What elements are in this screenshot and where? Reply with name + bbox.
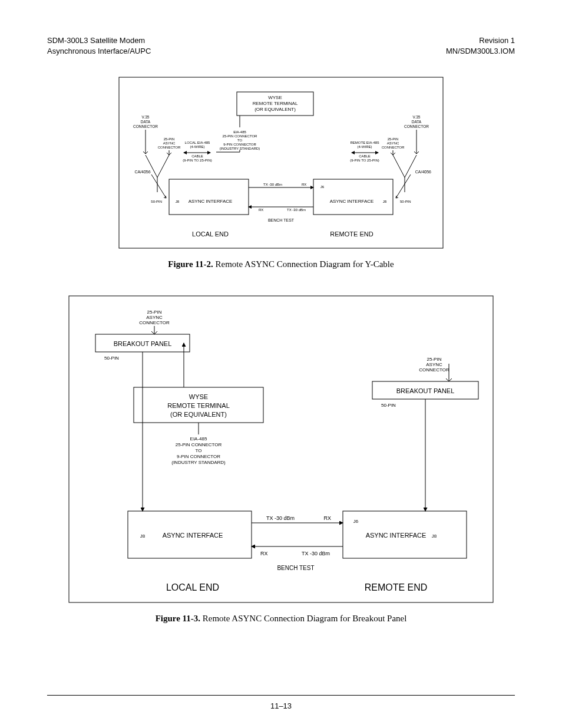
page-footer: 11–13 (0, 695, 562, 710)
remote-end-1: REMOTE END (330, 230, 373, 238)
async-if-left: ASYNC INTERFACE (189, 199, 233, 204)
pin25-right-1: 25-PIN (388, 137, 399, 141)
pin50-l: 50-PIN (104, 355, 119, 361)
bench-test-1: BENCH TEST (268, 218, 295, 222)
pin25-r-2: ASYNC (426, 362, 442, 367)
eia-3: TO (237, 139, 243, 142)
pin25-l-2: ASYNC (146, 315, 163, 320)
page-number: 11–13 (0, 701, 562, 710)
pin25-right-2: ASYNC (387, 141, 399, 145)
pin25-r-3: CONNECTOR (419, 367, 449, 373)
header-left-2: Asynchronous Interface/AUPC (47, 46, 151, 57)
figure-11-2-caption: Figure 11-2. Remote ASYNC Connection Dia… (47, 259, 515, 269)
wyse-line2: REMOTE TERMINAL (253, 101, 298, 106)
wyse-line3: (OR EQUIVALENT) (254, 107, 296, 112)
rx-top: RX (302, 183, 306, 186)
j8-2r: J8 (432, 533, 437, 539)
pin50-left: 50-PIN (151, 200, 162, 203)
breakout-left: BREAKOUT PANEL (114, 340, 172, 347)
async-if-right: ASYNC INTERFACE (330, 199, 374, 204)
eia-2: 25-PIN CONNECTOR (223, 134, 258, 138)
local-eia-4wire: (4-WIRE) (190, 145, 205, 149)
v35-left-3: CONNECTOR (133, 124, 158, 129)
svg-rect-4 (169, 179, 249, 215)
eia-1: EIA-485 (233, 130, 246, 134)
remote-eia: REMOTE EIA-485 (350, 141, 379, 144)
remote-eia-4wire: (4-WIRE) (358, 145, 372, 149)
header-left-1: SDM-300L3 Satellite Modem (47, 35, 151, 46)
header-right-1: Revision 1 (446, 35, 515, 46)
figure-11-2-svg: WYSE REMOTE TERMINAL (OR EQUIVALENT) V.3… (116, 74, 446, 251)
j8-right: J8 (383, 200, 387, 203)
eia2-1: EIA-485 (190, 436, 207, 442)
pin25-r-1: 25-PIN (427, 357, 442, 362)
remote-end-2: REMOTE END (365, 582, 428, 592)
j8-left: J8 (176, 200, 180, 203)
j8-2l: J8 (140, 533, 146, 539)
cable-left-2: (9-PIN TO 25-PIN) (183, 159, 211, 162)
cable-left-1: CABLE (191, 154, 203, 158)
eia2-2: 25-PIN CONNECTOR (176, 442, 222, 447)
rx-bot: RX (259, 208, 263, 212)
v35-right-3: CONNECTOR (404, 124, 429, 129)
pin25-left-2: ASYNC (163, 141, 176, 145)
figure-11-3: 25-PIN ASYNC CONNECTOR BREAKOUT PANEL 50… (47, 293, 515, 624)
pin25-left-3: CONNECTOR (158, 146, 181, 149)
ca4056-left: CA/4056 (134, 170, 150, 174)
figure-11-2: WYSE REMOTE TERMINAL (OR EQUIVALENT) V.3… (47, 74, 515, 269)
j6-2r: J6 (353, 519, 359, 524)
local-end-2: LOCAL END (166, 582, 219, 592)
bench-test-2: BENCH TEST (277, 565, 314, 571)
pin50-r: 50-PIN (381, 403, 396, 408)
pin25-l-3: CONNECTOR (139, 320, 170, 325)
v35-left-1: V.35 (142, 115, 150, 119)
header-right-2: MN/SDM300L3.IOM (446, 46, 515, 57)
eia2-4: 9-PIN CONNECTOR (177, 454, 220, 459)
v35-right-2: DATA (412, 120, 422, 124)
wyse2-3: (OR EQUIVALENT) (170, 411, 227, 418)
local-end-1: LOCAL END (192, 230, 229, 238)
eia-4: 9-PIN CONNECTOR (223, 143, 256, 146)
async-if-2r: ASYNC INTERFACE (366, 532, 427, 539)
tx-bot: TX -30 dBm (287, 208, 306, 212)
ca4056-right: CA/4056 (415, 170, 431, 174)
wyse-line1: WYSE (268, 95, 282, 100)
svg-rect-5 (313, 179, 393, 215)
async-if-2l: ASYNC INTERFACE (163, 532, 223, 539)
cable-right-1: CABLE (359, 154, 371, 158)
cable-right-2: (9-PIN TO 25-PIN) (350, 159, 379, 162)
v35-right-1: V.35 (413, 115, 421, 119)
wyse2-1: WYSE (189, 393, 208, 400)
v35-left-2: DATA (141, 120, 151, 124)
page-header: SDM-300L3 Satellite Modem Asynchronous I… (47, 35, 515, 57)
pin25-right-3: CONNECTOR (382, 146, 405, 149)
pin25-l-1: 25-PIN (147, 309, 162, 315)
wyse2-2: REMOTE TERMINAL (167, 402, 230, 409)
figure-11-3-caption: Figure 11-3. Remote ASYNC Connection Dia… (47, 614, 515, 624)
rx2-top: RX (323, 515, 331, 521)
pin25-left-1: 25-PIN (164, 137, 175, 141)
tx2-bot: TX -30 dBm (302, 551, 330, 556)
breakout-right: BREAKOUT PANEL (396, 387, 455, 394)
j6-right: J6 (320, 185, 325, 189)
eia2-3: TO (196, 448, 202, 453)
figure-11-3-svg: 25-PIN ASYNC CONNECTOR BREAKOUT PANEL 50… (66, 293, 496, 605)
local-eia: LOCAL EIA-485 (185, 141, 210, 144)
eia2-5: (INDUSTRY STANDARD) (171, 460, 226, 465)
rx2-bot: RX (260, 551, 268, 556)
tx2-top: TX -30 dBm (266, 515, 295, 521)
tx-top: TX -30 dBm (263, 183, 282, 186)
pin50-right: 50-PIN (400, 200, 411, 203)
